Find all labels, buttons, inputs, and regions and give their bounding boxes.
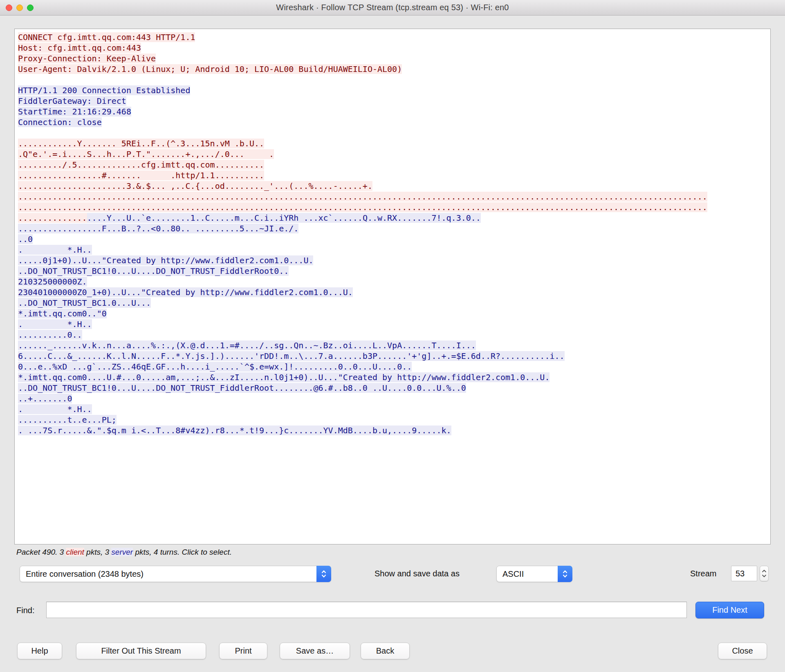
- server-data-segment: Connection: close: [18, 117, 102, 127]
- filter-out-stream-button[interactable]: Filter Out This Stream: [76, 643, 206, 659]
- minimize-window-button[interactable]: [16, 4, 23, 11]
- client-data-segment: ..............: [18, 213, 87, 223]
- stream-line: ......................3.&.$... ,..C.{...…: [18, 181, 767, 191]
- client-data-segment: ........./.5.............cfg.imtt.qq.com…: [18, 160, 264, 170]
- server-data-segment: ..+.......0: [18, 394, 72, 403]
- stream-line: . ...7S.r.....&.".$q.m i.<..T...8#v4zz).…: [18, 425, 767, 436]
- stream-line: ......_......v.k..n...a....%.:.,(X.@.d..…: [18, 340, 767, 351]
- stream-line: *.imtt.qq.com0....U.#...0.....am,...;..&…: [18, 372, 767, 383]
- stream-number-field[interactable]: 53: [731, 566, 757, 581]
- stream-line: ..+.......0: [18, 393, 767, 404]
- server-data-segment: . *.H..: [18, 404, 92, 414]
- conversation-select[interactable]: Entire conversation (2348 bytes): [20, 566, 331, 582]
- stream-line: . *.H..: [18, 244, 767, 255]
- follow-tcp-stream-window: { "window": { "title": "Wireshark · Foll…: [0, 0, 785, 672]
- server-data-segment: ..DO_NOT_TRUST_BC1!0...U....DO_NOT_TRUST…: [18, 383, 466, 393]
- print-button[interactable]: Print: [219, 643, 267, 659]
- server-data-segment: 6.....C...&_......K..l.N.....F..*.Y.js.]…: [18, 351, 565, 361]
- server-data-segment: .................F...B..?..<0..80.. ....…: [18, 224, 298, 233]
- help-button[interactable]: Help: [17, 643, 62, 659]
- stream-line: Host: cfg.imtt.qq.com:443: [18, 43, 767, 53]
- server-data-segment: *.imtt.qq.com0.."0: [18, 309, 107, 318]
- save-as-button[interactable]: Save as…: [280, 643, 350, 659]
- server-data-segment: . ...7S.r.....&.".$q.m i.<..T...8#v4zz).…: [18, 426, 451, 435]
- window-title: Wireshark · Follow TCP Stream (tcp.strea…: [276, 3, 509, 12]
- client-data-segment: Proxy-Connection: Keep-Alive: [18, 54, 156, 63]
- chevron-up-icon: [762, 569, 767, 573]
- stream-number-stepper[interactable]: [760, 566, 769, 581]
- stream-line: .....0j1+0)..U..."Created by http://www.…: [18, 255, 767, 266]
- client-data-segment: ............Y....... 5REi..F..(^.3...15n…: [18, 139, 264, 148]
- back-button[interactable]: Back: [361, 643, 410, 659]
- server-data-segment: . *.H..: [18, 319, 92, 329]
- stream-line: .................F...B..?..<0..80.. ....…: [18, 223, 767, 234]
- server-data-segment: HTTP/1.1 200 Connection Established: [18, 85, 190, 95]
- stream-line: 6.....C...&_......K..l.N.....F..*.Y.js.]…: [18, 351, 767, 361]
- stream-line: .................#....... .http/1.1.....…: [18, 170, 767, 181]
- find-input[interactable]: [46, 602, 687, 618]
- stream-line: 230401000000Z0_1+0)..U..."Created by htt…: [18, 287, 767, 298]
- server-data-segment: ..DO_NOT_TRUST_BC1!0...U....DO_NOT_TRUST…: [18, 266, 289, 276]
- format-select-value: ASCII: [497, 569, 558, 579]
- stream-line: 0...e..%xD ...g`...ZS..46qE.GF...h....i_…: [18, 361, 767, 372]
- stream-line: ............Y....... 5REi..F..(^.3...15n…: [18, 138, 767, 149]
- stream-number-value: 53: [736, 569, 745, 578]
- stream-line: ..0: [18, 234, 767, 244]
- stream-line: ........................................…: [18, 191, 767, 202]
- client-data-segment: Host: cfg.imtt.qq.com:443: [18, 43, 141, 53]
- stream-line: ..DO_NOT_TRUST_BC1!0...U....DO_NOT_TRUST…: [18, 383, 767, 393]
- server-data-segment: ....Y...U..`e........1..C.....m...C.i..i…: [87, 213, 481, 223]
- status-prefix: Packet 490. 3: [16, 548, 66, 556]
- client-data-segment: ......................3.&.$... ,..C.{...…: [18, 181, 372, 191]
- stream-line: . *.H..: [18, 319, 767, 329]
- stream-line: ........./.5.............cfg.imtt.qq.com…: [18, 159, 767, 170]
- stream-line: FiddlerGateway: Direct: [18, 96, 767, 106]
- server-data-segment: 0...e..%xD ...g`...ZS..46qE.GF...h....i_…: [18, 362, 412, 372]
- server-data-segment: ..DO_NOT_TRUST_BC1.0...U...: [18, 298, 151, 308]
- stream-line: ..........t..e...PL;: [18, 414, 767, 425]
- stream-line: CONNECT cfg.imtt.qq.com:443 HTTP/1.1: [18, 32, 767, 43]
- chevron-up-down-icon: [558, 566, 572, 582]
- client-data-segment: .................#....... .http/1.1.....…: [18, 170, 264, 180]
- conversation-select-value: Entire conversation (2348 bytes): [20, 569, 317, 579]
- server-data-segment: *.imtt.qq.com0....U.#...0.....am,...;..&…: [18, 372, 550, 382]
- stream-line: Proxy-Connection: Keep-Alive: [18, 53, 767, 64]
- server-data-segment: 210325000000Z.: [18, 277, 87, 287]
- stream-line: ........................................…: [18, 202, 767, 213]
- zoom-window-button[interactable]: [27, 4, 34, 11]
- server-data-segment: ..........t..e...PL;: [18, 415, 117, 425]
- server-data-segment: . *.H..: [18, 245, 92, 255]
- stream-line: *.imtt.qq.com0.."0: [18, 308, 767, 319]
- stream-line: .Q"e.'.=.i....S...h...P.T.".......+.,...…: [18, 149, 767, 159]
- status-server-count: server: [111, 548, 133, 556]
- find-label: Find:: [16, 606, 34, 615]
- server-data-segment: ..........0..: [18, 330, 82, 340]
- window-controls: [6, 0, 34, 16]
- show-save-data-label: Show and save data as: [375, 569, 460, 578]
- client-data-segment: CONNECT cfg.imtt.qq.com:443 HTTP/1.1: [18, 32, 195, 42]
- server-data-segment: ..0: [18, 234, 33, 244]
- status-client-count: client: [66, 548, 84, 556]
- stream-status-line[interactable]: Packet 490. 3 client pkts, 3 server pkts…: [16, 548, 232, 557]
- close-window-button[interactable]: [6, 4, 12, 11]
- chevron-down-icon: [762, 574, 767, 578]
- stream-line: Connection: close: [18, 117, 767, 128]
- stream-line: User-Agent: Dalvik/2.1.0 (Linux; U; Andr…: [18, 64, 767, 74]
- chevron-up-down-icon: [316, 566, 331, 582]
- stream-line: ..................Y...U..`e........1..C.…: [18, 213, 767, 223]
- client-data-segment: ........................................…: [18, 192, 707, 202]
- status-mid: pkts, 3: [84, 548, 112, 556]
- stream-line: HTTP/1.1 200 Connection Established: [18, 85, 767, 96]
- server-data-segment: StartTime: 21:16:29.468: [18, 107, 131, 116]
- stream-line: StartTime: 21:16:29.468: [18, 106, 767, 117]
- find-next-button[interactable]: Find Next: [695, 602, 764, 618]
- stream-line: 210325000000Z.: [18, 276, 767, 287]
- client-data-segment: User-Agent: Dalvik/2.1.0 (Linux; U; Andr…: [18, 64, 402, 74]
- stream-view[interactable]: CONNECT cfg.imtt.qq.com:443 HTTP/1.1Host…: [14, 29, 771, 544]
- stream-label: Stream: [690, 569, 716, 578]
- title-bar: Wireshark · Follow TCP Stream (tcp.strea…: [0, 0, 785, 16]
- close-button[interactable]: Close: [718, 643, 767, 659]
- stream-line: . *.H..: [18, 404, 767, 414]
- stream-line: [18, 128, 767, 138]
- format-select[interactable]: ASCII: [496, 566, 572, 582]
